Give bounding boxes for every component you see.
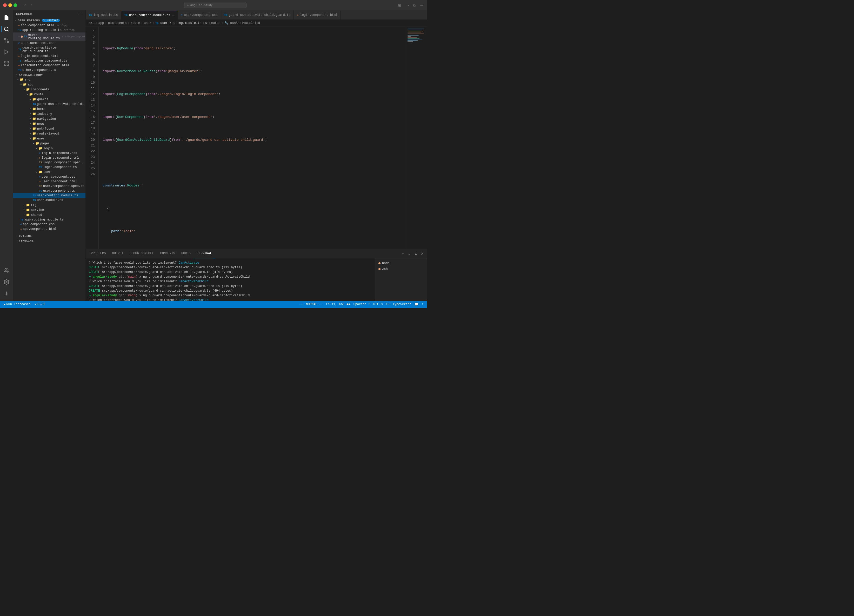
- tree-shared[interactable]: › 📁 shared: [13, 212, 85, 217]
- tree-not-found[interactable]: › 📁 not-found: [13, 126, 85, 131]
- tab-user-routing[interactable]: TS user-routing.module.ts ✕: [121, 11, 178, 20]
- html-file-icon: ◇: [18, 55, 20, 58]
- open-editor-item[interactable]: ◇ login.component.html: [13, 54, 85, 58]
- open-editors-header[interactable]: ▾ OPEN EDITORS 1 unsaved: [13, 18, 85, 23]
- tree-news[interactable]: › 📁 news: [13, 121, 85, 126]
- activity-remote-icon[interactable]: [1, 265, 12, 276]
- status-line-ending[interactable]: LF: [384, 303, 391, 306]
- open-editor-item[interactable]: TS other.component.ts: [13, 68, 85, 72]
- tree-route[interactable]: ▾ 📁 route: [13, 92, 85, 97]
- tree-navigation[interactable]: › 📁 navigation: [13, 116, 85, 121]
- tree-service[interactable]: › 📁 service: [13, 207, 85, 212]
- panel-tab-output[interactable]: OUTPUT: [109, 249, 127, 258]
- shell-node[interactable]: node: [375, 261, 427, 266]
- status-encoding[interactable]: UTF-8: [372, 303, 384, 306]
- terminal-main[interactable]: ? Which interfaces would you like to imp…: [86, 258, 375, 301]
- more-icon[interactable]: ···: [419, 3, 424, 8]
- activity-settings-icon[interactable]: [1, 277, 12, 287]
- split-icon[interactable]: ⧉: [412, 3, 416, 8]
- tree-user-module[interactable]: TS user.module.ts: [13, 198, 85, 203]
- tabs-bar: TS ing.module.ts TS user-routing.module.…: [86, 11, 427, 20]
- activity-extensions-icon[interactable]: [1, 58, 12, 69]
- panel-tab-problems[interactable]: PROBLEMS: [88, 249, 109, 258]
- tree-login-html[interactable]: ◇ login.component.html: [13, 156, 85, 160]
- more-panels-button[interactable]: ⌄: [407, 251, 412, 256]
- open-editor-item[interactable]: ◇ app.component.html src/app: [13, 23, 85, 28]
- activity-chart-icon[interactable]: [1, 288, 12, 299]
- tree-user-spec[interactable]: TS user.component.spec.ts: [13, 184, 85, 189]
- tree-login-ts[interactable]: TS login.component.ts: [13, 165, 85, 169]
- tree-login-css[interactable]: # login.component.css: [13, 151, 85, 156]
- activity-run-icon[interactable]: [1, 47, 12, 57]
- activity-bar: [0, 11, 13, 301]
- tree-login[interactable]: ▾ 📁 login: [13, 146, 85, 151]
- tree-guards[interactable]: ▾ 📁 guards: [13, 97, 85, 102]
- tree-home[interactable]: › 📁 home: [13, 107, 85, 111]
- tree-login-spec[interactable]: TS login.component.spec.ts: [13, 160, 85, 165]
- activity-files-icon[interactable]: [1, 12, 12, 23]
- tab-user-css[interactable]: # user.component.css: [178, 11, 221, 20]
- tree-user-css[interactable]: # user.component.css: [13, 174, 85, 179]
- tree-app-css[interactable]: # app.component.css: [13, 222, 85, 227]
- root-folder-label[interactable]: ▾ ANGULAR-STUDY: [13, 72, 85, 77]
- tree-components[interactable]: ▾ 📁 components: [13, 87, 85, 92]
- add-terminal-button[interactable]: ＋: [400, 251, 406, 256]
- code-editor[interactable]: 1 2 3 4 5 6 7 8 9 10 11 12 13 14: [86, 26, 406, 249]
- explorer-more-icon[interactable]: ···: [76, 12, 82, 15]
- status-spaces[interactable]: Spaces: 2: [352, 303, 372, 306]
- status-share-icon[interactable]: ↑: [420, 303, 425, 306]
- open-editor-item[interactable]: ◇ radiobutton.component.html: [13, 63, 85, 68]
- open-editor-item-active[interactable]: ✕ TS user-routing.module.ts src/app/comp…: [13, 32, 85, 41]
- tree-app-html[interactable]: ◇ app.component.html: [13, 227, 85, 232]
- open-editor-item[interactable]: TS radiobutton.component.ts: [13, 58, 85, 63]
- activity-source-control-icon[interactable]: [1, 35, 12, 46]
- minimize-button[interactable]: [8, 3, 12, 7]
- tab-guard[interactable]: TS guard-can-activate-child.guard.ts: [221, 11, 294, 20]
- panel-icon[interactable]: ▭: [404, 3, 410, 8]
- tree-route-layout[interactable]: › 📁 route-layout: [13, 131, 85, 136]
- search-input-wrap[interactable]: ⌕ angular-study: [184, 3, 247, 8]
- outline-section[interactable]: › OUTLINE: [13, 233, 85, 238]
- tree-rxjs[interactable]: › 📁 rxjs: [13, 203, 85, 207]
- tab-ing-module[interactable]: TS ing.module.ts: [86, 11, 121, 20]
- tree-user-html[interactable]: ◇ user.component.html: [13, 179, 85, 184]
- layout-icon[interactable]: ⊞: [397, 3, 402, 8]
- tree-guard-file[interactable]: TS guard-can-activate-child.guard.ts: [13, 102, 85, 107]
- back-button[interactable]: ‹: [23, 2, 27, 8]
- status-errors[interactable]: ✕ 0 ⚠ 0: [33, 301, 46, 308]
- breadcrumb-part: app: [98, 21, 104, 25]
- shell-zsh[interactable]: zsh: [375, 266, 427, 272]
- status-run-testcases[interactable]: ▶ Run Testcases: [2, 301, 32, 308]
- tab-login-html[interactable]: ◇ login.component.html: [294, 11, 341, 20]
- close-panel-button[interactable]: ✕: [420, 251, 425, 256]
- open-editor-item[interactable]: TS guard-can-activate-child.guard.ts: [13, 46, 85, 54]
- maximize-button[interactable]: [14, 3, 17, 7]
- status-cursor[interactable]: Ln 11, Col 44: [325, 303, 352, 306]
- timeline-section[interactable]: › TIMELINE: [13, 238, 85, 243]
- panel-tab-comments[interactable]: COMMENTS: [157, 249, 178, 258]
- tree-app-routing[interactable]: TS app-routing.module.ts: [13, 217, 85, 222]
- panel-tab-debug[interactable]: DEBUG CONSOLE: [127, 249, 157, 258]
- forward-button[interactable]: ›: [30, 2, 33, 8]
- tree-user-sub[interactable]: ▾ 📁 user: [13, 169, 85, 174]
- tree-industry[interactable]: › 📁 industry: [13, 111, 85, 116]
- tree-user-routing-active[interactable]: TS user-routing.module.ts: [13, 193, 85, 198]
- tab-close-icon[interactable]: ✕: [172, 14, 174, 17]
- status-feedback-icon[interactable]: 💬: [413, 303, 420, 306]
- activity-explorer-icon[interactable]: [1, 24, 12, 34]
- open-editor-item[interactable]: # user.component.css: [13, 41, 85, 46]
- open-editor-item[interactable]: TS app-routing.module.ts src/app: [13, 28, 85, 32]
- close-button[interactable]: [3, 3, 7, 7]
- tree-app[interactable]: ▾ 📁 app: [13, 82, 85, 87]
- tree-user-folder[interactable]: ▾ 📁 user: [13, 136, 85, 141]
- maximize-panel-button[interactable]: ▲: [413, 251, 419, 256]
- line-num-active: 11: [86, 86, 98, 91]
- status-mode[interactable]: -- NORMAL --: [299, 303, 325, 306]
- panel-tab-ports[interactable]: PORTS: [178, 249, 194, 258]
- tree-pages[interactable]: ▾ 📁 pages: [13, 141, 85, 146]
- panel-tab-terminal[interactable]: TERMINAL: [194, 249, 215, 258]
- status-language[interactable]: TypeScript: [391, 303, 413, 306]
- close-icon[interactable]: ✕: [18, 35, 20, 38]
- tree-user-ts[interactable]: TS user.component.ts: [13, 189, 85, 193]
- tree-src[interactable]: ▾ 📁 src: [13, 77, 85, 82]
